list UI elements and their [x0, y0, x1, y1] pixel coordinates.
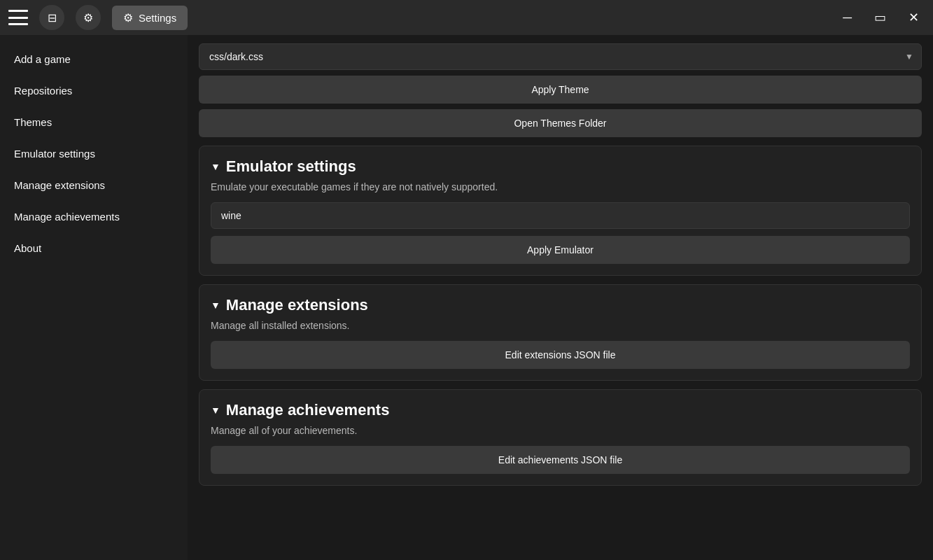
- achievements-header: ▼ Manage achievements: [211, 401, 910, 419]
- settings-tab-label: Settings: [139, 12, 176, 24]
- titlebar: ⊟ ⚙ ⚙ Settings ─ ▭ ✕: [0, 0, 933, 35]
- home-icon: ⊟: [48, 11, 57, 24]
- sidebar-item-about[interactable]: About: [0, 232, 188, 264]
- emulator-settings-section: ▼ Emulator settings Emulate your executa…: [199, 146, 922, 276]
- sidebar-label-about: About: [14, 242, 41, 254]
- theme-select[interactable]: css/dark.css css/light.css css/default.c…: [199, 43, 922, 70]
- sidebar-item-manage-extensions[interactable]: Manage extensions: [0, 169, 188, 201]
- emulator-settings-title: Emulator settings: [226, 158, 356, 176]
- gear-button[interactable]: ⚙: [76, 5, 101, 30]
- titlebar-left: ⊟ ⚙ ⚙ Settings: [8, 5, 188, 30]
- emulator-settings-header: ▼ Emulator settings: [211, 158, 910, 176]
- sidebar: Add a game Repositories Themes Emulator …: [0, 35, 188, 560]
- extensions-header: ▼ Manage extensions: [211, 296, 910, 314]
- gear-icon: ⚙: [83, 11, 93, 24]
- content-area: css/dark.css css/light.css css/default.c…: [188, 35, 933, 560]
- maximize-button[interactable]: ▭: [869, 7, 892, 28]
- sidebar-item-themes[interactable]: Themes: [0, 106, 188, 138]
- theme-top-area: css/dark.css css/light.css css/default.c…: [188, 35, 933, 137]
- hamburger-menu-icon[interactable]: [8, 10, 28, 25]
- achievements-description: Manage all of your achievements.: [211, 425, 910, 436]
- sidebar-item-manage-achievements[interactable]: Manage achievements: [0, 201, 188, 232]
- sidebar-item-add-a-game[interactable]: Add a game: [0, 43, 188, 75]
- home-button[interactable]: ⊟: [39, 5, 64, 30]
- open-themes-folder-button[interactable]: Open Themes Folder: [199, 109, 922, 137]
- edit-extensions-json-button[interactable]: Edit extensions JSON file: [211, 341, 910, 369]
- sidebar-label-emulator-settings: Emulator settings: [14, 148, 95, 160]
- extensions-description: Manage all installed extensions.: [211, 320, 910, 331]
- close-button[interactable]: ✕: [903, 7, 925, 28]
- sidebar-item-emulator-settings[interactable]: Emulator settings: [0, 138, 188, 169]
- achievements-chevron-icon: ▼: [211, 405, 220, 416]
- manage-extensions-section: ▼ Manage extensions Manage all installed…: [199, 284, 922, 381]
- window-controls: ─ ▭ ✕: [837, 7, 925, 28]
- extensions-chevron-icon: ▼: [211, 300, 220, 311]
- extensions-title: Manage extensions: [226, 296, 368, 314]
- apply-theme-button[interactable]: Apply Theme: [199, 76, 922, 104]
- emulator-chevron-icon: ▼: [211, 161, 220, 172]
- minimize-button[interactable]: ─: [837, 8, 857, 28]
- achievements-title: Manage achievements: [226, 401, 390, 419]
- sidebar-label-themes: Themes: [14, 116, 52, 128]
- emulator-input[interactable]: [211, 202, 910, 229]
- sidebar-item-repositories[interactable]: Repositories: [0, 75, 188, 106]
- apply-emulator-button[interactable]: Apply Emulator: [211, 236, 910, 264]
- settings-tab[interactable]: ⚙ Settings: [112, 6, 188, 30]
- theme-select-wrapper: css/dark.css css/light.css css/default.c…: [199, 43, 922, 70]
- main-layout: Add a game Repositories Themes Emulator …: [0, 35, 933, 560]
- sidebar-label-manage-achievements: Manage achievements: [14, 211, 120, 223]
- emulator-settings-description: Emulate your executable games if they ar…: [211, 181, 910, 192]
- edit-achievements-json-button[interactable]: Edit achievements JSON file: [211, 446, 910, 474]
- manage-achievements-section: ▼ Manage achievements Manage all of your…: [199, 389, 922, 486]
- sidebar-label-manage-extensions: Manage extensions: [14, 179, 105, 191]
- sidebar-label-add-a-game: Add a game: [14, 53, 71, 65]
- settings-gear-icon: ⚙: [123, 11, 133, 24]
- sidebar-label-repositories: Repositories: [14, 85, 72, 97]
